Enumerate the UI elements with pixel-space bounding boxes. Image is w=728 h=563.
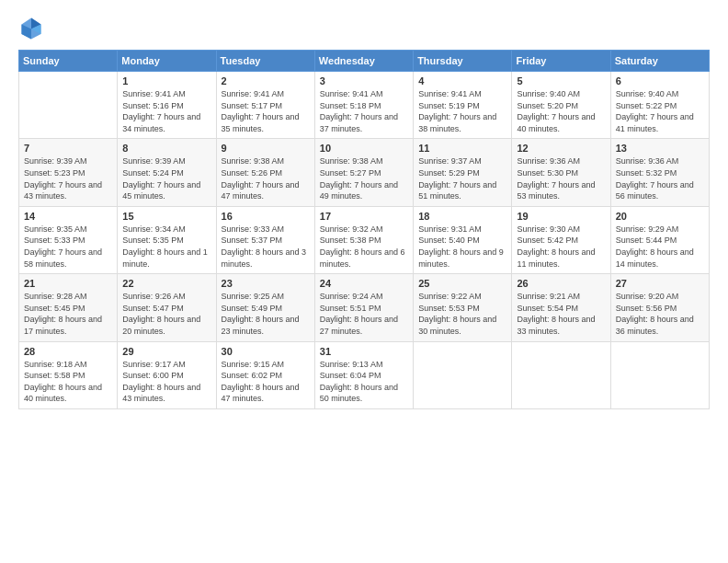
page: SundayMondayTuesdayWednesdayThursdayFrid… [0,0,728,563]
day-info: Sunrise: 9:36 AMSunset: 5:32 PMDaylight:… [616,155,704,201]
header [18,15,710,40]
calendar-day-cell: 10Sunrise: 9:38 AMSunset: 5:27 PMDayligh… [314,139,413,206]
day-number: 20 [616,211,704,222]
calendar-day-cell: 11Sunrise: 9:37 AMSunset: 5:29 PMDayligh… [414,139,512,206]
calendar-day-cell: 17Sunrise: 9:32 AMSunset: 5:38 PMDayligh… [314,206,413,273]
day-info: Sunrise: 9:38 AMSunset: 5:26 PMDaylight:… [222,155,310,201]
calendar-day-cell: 31Sunrise: 9:13 AMSunset: 6:04 PMDayligh… [314,341,413,408]
day-number: 12 [517,143,605,154]
calendar-day-cell: 7Sunrise: 9:39 AMSunset: 5:23 PMDaylight… [19,139,118,206]
day-number: 30 [222,346,310,357]
day-info: Sunrise: 9:26 AMSunset: 5:47 PMDaylight:… [122,291,210,337]
calendar-day-header: Monday [118,51,216,72]
day-number: 1 [122,75,210,86]
calendar-day-cell: 30Sunrise: 9:15 AMSunset: 6:02 PMDayligh… [216,341,314,408]
calendar-day-cell: 24Sunrise: 9:24 AMSunset: 5:51 PMDayligh… [314,274,413,341]
day-number: 9 [222,143,310,154]
calendar-day-cell: 9Sunrise: 9:38 AMSunset: 5:26 PMDaylight… [216,139,314,206]
calendar-day-header: Friday [512,51,610,72]
calendar-day-cell: 16Sunrise: 9:33 AMSunset: 5:37 PMDayligh… [216,206,314,273]
calendar-day-header: Thursday [414,51,512,72]
day-info: Sunrise: 9:32 AMSunset: 5:38 PMDaylight:… [320,224,408,270]
day-info: Sunrise: 9:38 AMSunset: 5:27 PMDaylight:… [320,155,408,201]
day-number: 13 [616,143,704,154]
day-number: 8 [122,143,210,154]
calendar-day-cell: 3Sunrise: 9:41 AMSunset: 5:18 PMDaylight… [314,72,413,139]
day-info: Sunrise: 9:20 AMSunset: 5:56 PMDaylight:… [616,291,704,337]
day-info: Sunrise: 9:28 AMSunset: 5:45 PMDaylight:… [24,291,112,337]
day-info: Sunrise: 9:35 AMSunset: 5:33 PMDaylight:… [24,224,112,270]
day-number: 16 [222,211,310,222]
day-info: Sunrise: 9:13 AMSunset: 6:04 PMDaylight:… [320,359,408,405]
day-number: 18 [418,211,506,222]
calendar-day-cell: 2Sunrise: 9:41 AMSunset: 5:17 PMDaylight… [216,72,314,139]
calendar-day-header: Wednesday [314,51,413,72]
day-info: Sunrise: 9:24 AMSunset: 5:51 PMDaylight:… [320,291,408,337]
day-info: Sunrise: 9:15 AMSunset: 6:02 PMDaylight:… [222,359,310,405]
calendar-day-cell [414,341,512,408]
day-info: Sunrise: 9:33 AMSunset: 5:37 PMDaylight:… [222,224,310,270]
day-info: Sunrise: 9:41 AMSunset: 5:18 PMDaylight:… [320,88,408,134]
calendar-day-cell: 23Sunrise: 9:25 AMSunset: 5:49 PMDayligh… [216,274,314,341]
day-number: 24 [320,278,408,289]
calendar-day-cell: 18Sunrise: 9:31 AMSunset: 5:40 PMDayligh… [414,206,512,273]
day-info: Sunrise: 9:36 AMSunset: 5:30 PMDaylight:… [517,155,605,201]
day-info: Sunrise: 9:39 AMSunset: 5:23 PMDaylight:… [24,155,112,201]
calendar-day-cell: 21Sunrise: 9:28 AMSunset: 5:45 PMDayligh… [19,274,118,341]
calendar-day-cell [19,72,118,139]
day-info: Sunrise: 9:25 AMSunset: 5:49 PMDaylight:… [222,291,310,337]
day-number: 14 [24,211,112,222]
day-number: 25 [418,278,506,289]
day-info: Sunrise: 9:41 AMSunset: 5:17 PMDaylight:… [222,88,310,134]
calendar-day-header: Tuesday [216,51,314,72]
logo [18,15,48,40]
day-info: Sunrise: 9:40 AMSunset: 5:22 PMDaylight:… [616,88,704,134]
day-number: 6 [616,75,704,86]
day-number: 23 [222,278,310,289]
day-number: 10 [320,143,408,154]
day-number: 21 [24,278,112,289]
calendar-table: SundayMondayTuesdayWednesdayThursdayFrid… [18,50,710,409]
calendar-week-row: 14Sunrise: 9:35 AMSunset: 5:33 PMDayligh… [19,206,710,273]
day-number: 22 [122,278,210,289]
calendar-day-cell: 25Sunrise: 9:22 AMSunset: 5:53 PMDayligh… [414,274,512,341]
day-number: 15 [122,211,210,222]
day-number: 31 [320,346,408,357]
calendar-day-cell: 8Sunrise: 9:39 AMSunset: 5:24 PMDaylight… [118,139,216,206]
day-number: 11 [418,143,506,154]
day-info: Sunrise: 9:39 AMSunset: 5:24 PMDaylight:… [122,155,210,201]
day-info: Sunrise: 9:21 AMSunset: 5:54 PMDaylight:… [517,291,605,337]
day-info: Sunrise: 9:30 AMSunset: 5:42 PMDaylight:… [517,224,605,270]
day-info: Sunrise: 9:40 AMSunset: 5:20 PMDaylight:… [517,88,605,134]
calendar-day-cell: 27Sunrise: 9:20 AMSunset: 5:56 PMDayligh… [610,274,709,341]
day-info: Sunrise: 9:41 AMSunset: 5:16 PMDaylight:… [122,88,210,134]
calendar-week-row: 7Sunrise: 9:39 AMSunset: 5:23 PMDaylight… [19,139,710,206]
calendar-day-cell: 13Sunrise: 9:36 AMSunset: 5:32 PMDayligh… [610,139,709,206]
day-number: 27 [616,278,704,289]
calendar-day-header: Saturday [610,51,709,72]
calendar-day-cell: 26Sunrise: 9:21 AMSunset: 5:54 PMDayligh… [512,274,610,341]
day-info: Sunrise: 9:34 AMSunset: 5:35 PMDaylight:… [122,224,210,270]
day-number: 26 [517,278,605,289]
logo-icon [18,15,44,40]
calendar-header-row: SundayMondayTuesdayWednesdayThursdayFrid… [19,51,710,72]
calendar-day-cell: 19Sunrise: 9:30 AMSunset: 5:42 PMDayligh… [512,206,610,273]
calendar-day-header: Sunday [19,51,118,72]
calendar-day-cell: 15Sunrise: 9:34 AMSunset: 5:35 PMDayligh… [118,206,216,273]
day-number: 29 [122,346,210,357]
day-number: 2 [222,75,310,86]
calendar-day-cell [610,341,709,408]
day-info: Sunrise: 9:29 AMSunset: 5:44 PMDaylight:… [616,224,704,270]
calendar-week-row: 28Sunrise: 9:18 AMSunset: 5:58 PMDayligh… [19,341,710,408]
day-number: 7 [24,143,112,154]
calendar-week-row: 1Sunrise: 9:41 AMSunset: 5:16 PMDaylight… [19,72,710,139]
day-number: 4 [418,75,506,86]
calendar-day-cell: 20Sunrise: 9:29 AMSunset: 5:44 PMDayligh… [610,206,709,273]
day-number: 28 [24,346,112,357]
calendar-week-row: 21Sunrise: 9:28 AMSunset: 5:45 PMDayligh… [19,274,710,341]
day-info: Sunrise: 9:37 AMSunset: 5:29 PMDaylight:… [418,155,506,201]
calendar-day-cell: 5Sunrise: 9:40 AMSunset: 5:20 PMDaylight… [512,72,610,139]
day-number: 17 [320,211,408,222]
calendar-day-cell: 14Sunrise: 9:35 AMSunset: 5:33 PMDayligh… [19,206,118,273]
calendar-day-cell: 12Sunrise: 9:36 AMSunset: 5:30 PMDayligh… [512,139,610,206]
